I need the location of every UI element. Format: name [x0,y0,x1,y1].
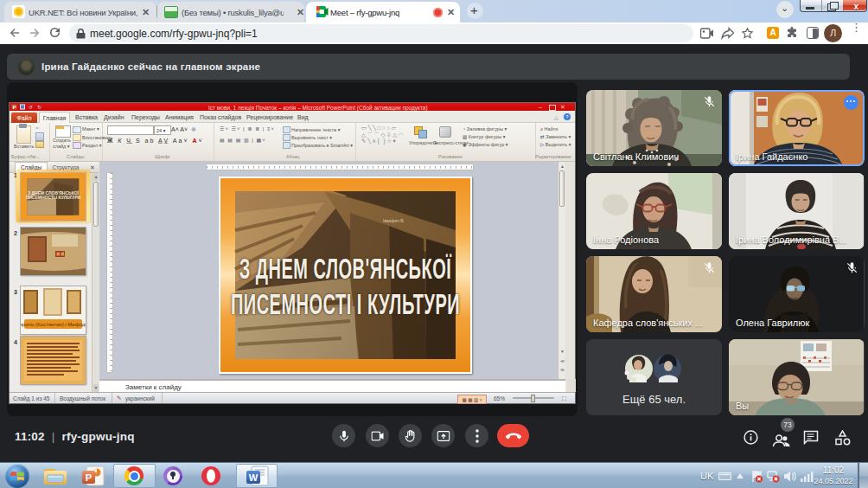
svg-text:P: P [86,472,92,483]
svg-text:W: W [249,472,258,483]
svg-text:Кирило (Костянтин) і Мефодій: Кирило (Костянтин) і Мефодій [21,322,86,327]
